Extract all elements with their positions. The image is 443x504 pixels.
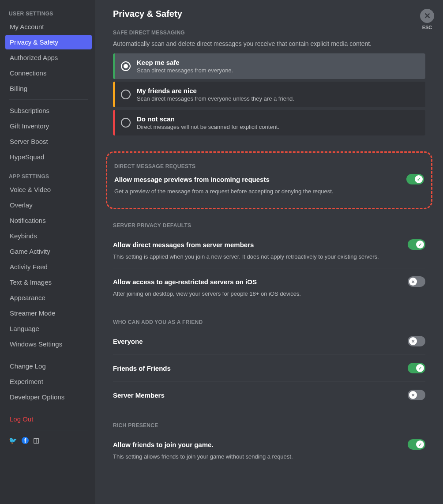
server-privacy-header: SERVER PRIVACY DEFAULTS: [113, 222, 425, 229]
rich-presence-section: RICH PRESENCE Allow friends to join your…: [113, 422, 425, 466]
sidebar-item-subscriptions[interactable]: Subscriptions: [5, 103, 92, 118]
sidebar-item-text-images[interactable]: Text & Images: [5, 275, 92, 290]
sidebar-item-change-log[interactable]: Change Log: [5, 359, 92, 373]
setting-title: Everyone: [113, 338, 143, 345]
server-privacy-row-0: Allow direct messages from server member…: [113, 233, 425, 266]
setting-title: Allow access to age-restricted servers o…: [113, 278, 257, 286]
friend-add-row-0: Everyone✕: [113, 330, 425, 353]
safe-dm-section: SAFE DIRECT MESSAGING Automatically scan…: [113, 30, 425, 135]
sidebar-item-windows-settings[interactable]: Windows Settings: [5, 337, 92, 351]
sidebar-item-gift-inventory[interactable]: Gift Inventory: [5, 119, 92, 133]
server-privacy-row-1: Allow access to age-restricted servers o…: [113, 270, 425, 303]
sidebar-item-server-boost[interactable]: Server Boost: [5, 134, 92, 149]
close-icon: ✕: [420, 9, 434, 23]
radio-icon: [121, 61, 131, 71]
sidebar-item-keybinds[interactable]: Keybinds: [5, 229, 92, 243]
sidebar-section-header: APP SETTINGS: [5, 172, 92, 182]
setting-title: Server Members: [113, 391, 165, 399]
sidebar-item-voice-video[interactable]: Voice & Video: [5, 182, 92, 197]
dm-requests-highlight: DIRECT MESSAGE REQUESTS Allow message pr…: [106, 151, 432, 209]
settings-main: ✕ ESC Privacy & Safety SAFE DIRECT MESSA…: [95, 0, 443, 504]
safe-dm-radio-group: Keep me safeScan direct messages from ev…: [113, 53, 425, 135]
facebook-icon[interactable]: f: [22, 437, 29, 444]
sidebar-item-privacy-safety[interactable]: Privacy & Safety: [5, 35, 92, 49]
friend-add-section: WHO CAN ADD YOU AS A FRIEND Everyone✕Fri…: [113, 319, 425, 406]
sidebar-item-developer-options[interactable]: Developer Options: [5, 390, 92, 404]
dm-requests-header: DIRECT MESSAGE REQUESTS: [114, 163, 424, 169]
sidebar-item-connections[interactable]: Connections: [5, 66, 92, 80]
radio-title: Keep me safe: [137, 59, 233, 66]
setting-desc: After joining on desktop, view your serv…: [113, 290, 425, 297]
friend-add-row-1: Friends of Friends✓: [113, 357, 425, 380]
dm-requests-toggle[interactable]: ✓: [406, 174, 424, 184]
social-row: 🐦f◫: [5, 434, 92, 447]
sidebar-item-hypesquad[interactable]: HypeSquad: [5, 150, 92, 164]
radio-subtitle: Scan direct messages from everyone.: [137, 67, 233, 74]
server-privacy-toggle-1[interactable]: ✕: [408, 276, 425, 287]
sidebar-item-authorized-apps[interactable]: Authorized Apps: [5, 50, 92, 65]
server-privacy-section: SERVER PRIVACY DEFAULTS Allow direct mes…: [113, 222, 425, 303]
friend-add-toggle-0[interactable]: ✕: [408, 336, 425, 346]
sidebar-item-game-activity[interactable]: Game Activity: [5, 244, 92, 259]
sidebar-item-language[interactable]: Language: [5, 321, 92, 336]
setting-desc: This setting is applied when you join a …: [113, 253, 425, 260]
rich-presence-toggle[interactable]: ✓: [408, 439, 425, 450]
radio-icon: [121, 90, 131, 99]
safe-dm-option-1[interactable]: My friends are niceScan direct messages …: [113, 82, 425, 107]
friend-add-header: WHO CAN ADD YOU AS A FRIEND: [113, 319, 425, 325]
setting-title: Allow direct messages from server member…: [113, 241, 254, 248]
friend-add-toggle-1[interactable]: ✓: [408, 363, 425, 373]
sidebar-item-experiment[interactable]: Experiment: [5, 374, 92, 389]
setting-title: Friends of Friends: [113, 365, 171, 372]
friend-add-toggle-2[interactable]: ✕: [408, 390, 425, 400]
settings-sidebar: USER SETTINGSMy AccountPrivacy & SafetyA…: [0, 0, 95, 504]
rich-presence-header: RICH PRESENCE: [113, 422, 425, 429]
rich-presence-title: Allow friends to join your game.: [113, 441, 214, 448]
radio-subtitle: Scan direct messages from everyone unles…: [137, 95, 294, 102]
sidebar-item-streamer-mode[interactable]: Streamer Mode: [5, 306, 92, 320]
dm-requests-title: Allow message previews from incoming req…: [114, 176, 270, 183]
sidebar-item-appearance[interactable]: Appearance: [5, 290, 92, 305]
radio-title: Do not scan: [137, 115, 279, 123]
sidebar-item-activity-feed[interactable]: Activity Feed: [5, 260, 92, 274]
sidebar-item-overlay[interactable]: Overlay: [5, 198, 92, 212]
safe-dm-option-2[interactable]: Do not scanDirect messages will not be s…: [113, 110, 425, 135]
radio-title: My friends are nice: [137, 87, 294, 94]
radio-icon: [121, 118, 131, 128]
rich-presence-desc: This setting allows friends to join your…: [113, 453, 425, 460]
safe-dm-desc: Automatically scan and delete direct mes…: [113, 40, 425, 47]
twitter-icon[interactable]: 🐦: [9, 436, 17, 444]
safe-dm-header: SAFE DIRECT MESSAGING: [113, 30, 425, 36]
sidebar-section-header: USER SETTINGS: [5, 9, 92, 19]
sidebar-item-my-account[interactable]: My Account: [5, 19, 92, 34]
sidebar-item-billing[interactable]: Billing: [5, 81, 92, 96]
instagram-icon[interactable]: ◫: [33, 436, 39, 444]
sidebar-item-notifications[interactable]: Notifications: [5, 213, 92, 228]
close-button[interactable]: ✕ ESC: [420, 9, 434, 30]
sidebar-item-log-out[interactable]: Log Out: [5, 412, 92, 426]
safe-dm-option-0[interactable]: Keep me safeScan direct messages from ev…: [113, 53, 425, 79]
radio-subtitle: Direct messages will not be scanned for …: [137, 124, 279, 130]
page-title: Privacy & Safety: [113, 9, 425, 19]
server-privacy-toggle-0[interactable]: ✓: [408, 239, 425, 250]
dm-requests-desc: Get a preview of the message from a requ…: [114, 188, 424, 195]
close-label: ESC: [420, 25, 434, 30]
friend-add-row-2: Server Members✕: [113, 384, 425, 406]
